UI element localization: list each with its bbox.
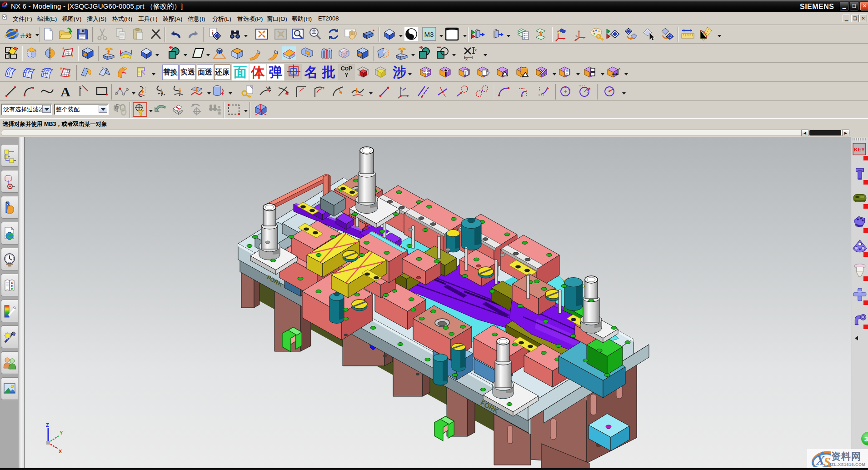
svg-text:x: x [474,48,477,52]
svg-text:Z: Z [46,422,49,428]
svg-text:KEY: KEY [854,146,865,152]
svg-text:M3: M3 [424,30,434,38]
svg-text:x: x [619,66,621,70]
svg-text:S: S [824,455,831,467]
svg-text:Y: Y [60,430,63,435]
svg-text:X: X [59,449,62,454]
svg-text:A: A [60,84,70,99]
svg-text:x: x [465,57,468,60]
